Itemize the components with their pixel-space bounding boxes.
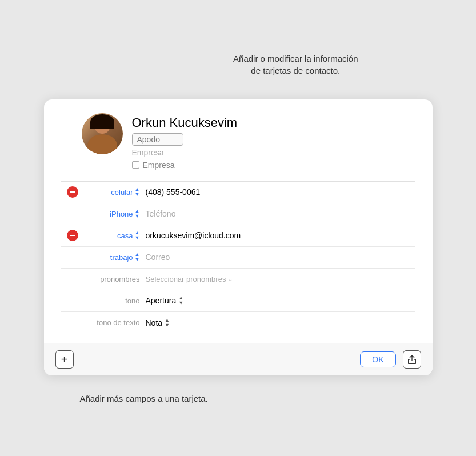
avatar xyxy=(82,113,123,154)
empresa-placeholder: Empresa xyxy=(132,148,238,157)
iphone-stepper[interactable]: ▲▼ xyxy=(135,209,140,219)
add-field-button[interactable]: + xyxy=(55,350,74,369)
share-button[interactable] xyxy=(403,350,421,369)
casa-label[interactable]: casa ▲▼ xyxy=(83,230,140,241)
ok-button[interactable]: OK xyxy=(360,351,395,367)
iphone-row: iPhone ▲▼ Teléfono xyxy=(61,203,415,225)
pronombres-chevron-icon: ⌄ xyxy=(228,276,233,282)
iphone-value-placeholder: Teléfono xyxy=(146,209,410,218)
tono-label: tono xyxy=(83,297,140,305)
share-icon xyxy=(407,354,417,365)
toolbar-right: OK xyxy=(360,350,421,369)
pronombres-label: pronombres xyxy=(83,275,140,283)
casa-row: casa ▲▼ orkucuksevim@icloud.com xyxy=(61,225,415,247)
tono-remove-placeholder xyxy=(67,295,78,306)
celular-row: celular ▲▼ (408) 555-0061 xyxy=(61,182,415,203)
trabajo-label[interactable]: trabajo ▲▼ xyxy=(83,252,140,262)
casa-stepper[interactable]: ▲▼ xyxy=(135,230,140,241)
tono-row: tono Apertura ▲▼ xyxy=(61,290,415,312)
iphone-label[interactable]: iPhone ▲▼ xyxy=(83,209,140,219)
remove-celular-button[interactable] xyxy=(67,186,78,198)
tono-texto-value[interactable]: Nota ▲▼ xyxy=(146,318,170,328)
top-annotation: Añadir o modificar la información de tar… xyxy=(44,53,433,99)
apodo-field-container xyxy=(132,133,238,146)
apodo-input[interactable] xyxy=(132,133,183,146)
top-annotation-text: Añadir o modificar la información de tar… xyxy=(233,53,358,77)
empresa-checkbox[interactable] xyxy=(132,161,139,169)
pronombres-value[interactable]: Seleccionar pronombres ⌄ xyxy=(146,275,233,283)
tono-value[interactable]: Apertura ▲▼ xyxy=(146,295,184,306)
bottom-annotation: Añadir más campos a una tarjeta. xyxy=(44,375,433,403)
bottom-annotation-text: Añadir más campos a una tarjeta. xyxy=(80,375,208,403)
celular-label[interactable]: celular ▲▼ xyxy=(83,187,140,197)
remove-casa-button[interactable] xyxy=(67,230,78,241)
card-toolbar: + OK xyxy=(44,343,433,375)
tono-texto-label: tono de texto xyxy=(83,318,140,327)
contact-name: Orkun Kucuksevim xyxy=(132,115,238,130)
tono-texto-row: tono de texto Nota ▲▼ xyxy=(61,312,415,334)
empresa-label: Empresa xyxy=(143,161,175,170)
contact-header: Orkun Kucuksevim Empresa Empresa xyxy=(61,113,415,169)
pronombres-row: pronombres Seleccionar pronombres ⌄ xyxy=(61,269,415,290)
top-annotation-line xyxy=(358,79,358,99)
trabajo-remove-placeholder xyxy=(67,251,78,263)
iphone-remove-placeholder xyxy=(67,208,78,219)
contact-info: Orkun Kucuksevim Empresa Empresa xyxy=(132,113,238,169)
tono-texto-remove-placeholder xyxy=(67,317,78,329)
celular-value: (408) 555-0061 xyxy=(146,187,410,197)
avatar-hair xyxy=(90,114,114,129)
bottom-annotation-line xyxy=(73,375,73,398)
trabajo-row: trabajo ▲▼ Correo xyxy=(61,247,415,269)
contact-card: Orkun Kucuksevim Empresa Empresa celular xyxy=(44,99,433,375)
avatar-image xyxy=(82,113,123,154)
celular-stepper[interactable]: ▲▼ xyxy=(135,187,140,197)
trabajo-value-placeholder: Correo xyxy=(146,253,410,262)
empresa-row: Empresa xyxy=(132,161,238,170)
casa-value: orkucuksevim@icloud.com xyxy=(146,231,410,240)
pronombres-remove-placeholder xyxy=(67,273,78,285)
fields-section: celular ▲▼ (408) 555-0061 iPhone ▲▼ Telé… xyxy=(61,182,415,334)
tono-stepper[interactable]: ▲▼ xyxy=(178,295,183,306)
trabajo-stepper[interactable]: ▲▼ xyxy=(135,252,140,262)
tono-texto-stepper[interactable]: ▲▼ xyxy=(165,318,170,328)
